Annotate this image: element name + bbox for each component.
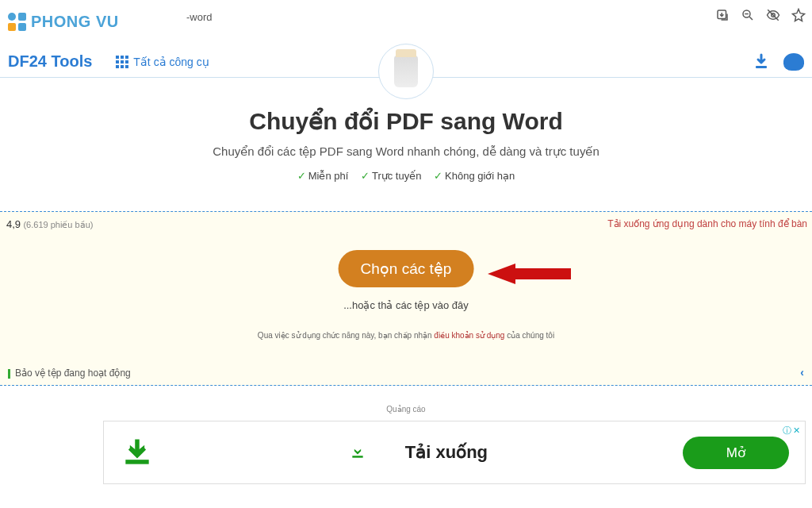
file-protection-status: Bảo vệ tệp đang hoạt động bbox=[8, 368, 131, 379]
page-subtitle: Chuyển đổi các tệp PDF sang Word nhanh c… bbox=[0, 144, 812, 159]
terms-suffix: của chúng tôi bbox=[504, 331, 554, 340]
main-content: Chuyển đổi PDF sang Word Chuyển đổi các … bbox=[0, 107, 812, 182]
browser-toolbar bbox=[715, 8, 806, 22]
all-tools-link[interactable]: Tất cả công cụ bbox=[116, 56, 209, 68]
check-icon: ✓ bbox=[434, 170, 442, 182]
desktop-app-link[interactable]: Tải xuống ứng dụng dành cho máy tính để … bbox=[607, 218, 807, 229]
logo-dots-icon bbox=[8, 13, 26, 31]
ad-banner[interactable]: Tải xuống Mở ⓘ✕ bbox=[103, 421, 806, 484]
feature-list: ✓Miễn phí ✓Trực tuyến ✓Không giới hạn bbox=[0, 170, 812, 182]
rating-value: 4,9 bbox=[6, 218, 21, 230]
watermark-logo: PHONG VU bbox=[0, 0, 182, 44]
rating: 4,9 (6.619 phiếu bầu) bbox=[6, 218, 93, 230]
all-tools-label: Tất cả công cụ bbox=[133, 56, 209, 68]
zoom-icon[interactable] bbox=[741, 8, 755, 22]
blender-icon bbox=[394, 56, 418, 87]
terms-line: Qua việc sử dụng chức năng này, bạn chấp… bbox=[0, 331, 812, 340]
check-icon: ✓ bbox=[361, 170, 370, 182]
svg-rect-4 bbox=[515, 268, 571, 279]
site-brand[interactable]: DF24 Tools bbox=[8, 52, 92, 71]
check-icon: ✓ bbox=[297, 170, 306, 182]
file-dropzone[interactable]: 4,9 (6.619 phiếu bầu) Tải xuống ứng dụng… bbox=[0, 211, 812, 386]
download-icon[interactable] bbox=[752, 52, 771, 71]
rating-count: (6.619 phiếu bầu) bbox=[23, 220, 93, 229]
svg-rect-5 bbox=[125, 460, 148, 464]
star-icon[interactable] bbox=[791, 8, 806, 22]
page-title: Chuyển đổi PDF sang Word bbox=[0, 107, 812, 135]
ad-text: Tải xuống bbox=[405, 442, 488, 463]
tool-hero-icon bbox=[378, 44, 434, 99]
terms-link[interactable]: điều khoản sử dụng bbox=[434, 331, 504, 340]
watermark-text: PHONG VU bbox=[31, 13, 119, 31]
terms-prefix: Qua việc sử dụng chức năng này, bạn chấp… bbox=[258, 331, 435, 340]
chevron-right-icon[interactable]: ‹ bbox=[800, 366, 804, 379]
grid-icon bbox=[116, 56, 128, 68]
url-fragment: -word bbox=[186, 11, 213, 23]
drop-hint: ...hoặc thả các tệp vào đây bbox=[0, 299, 812, 311]
annotation-arrow-icon bbox=[484, 254, 579, 294]
feature-item: Miễn phí bbox=[308, 170, 349, 182]
feature-item: Không giới hạn bbox=[445, 170, 515, 182]
ad-label: Quảng cáo bbox=[0, 405, 812, 414]
download-icon bbox=[120, 435, 155, 470]
mascot-icon[interactable] bbox=[783, 53, 804, 71]
svg-rect-3 bbox=[756, 66, 767, 68]
ad-open-button[interactable]: Mở bbox=[683, 437, 789, 469]
download-icon bbox=[350, 444, 366, 460]
eye-off-icon[interactable] bbox=[766, 8, 780, 22]
choose-files-button[interactable]: Chọn các tệp bbox=[339, 250, 474, 287]
ad-controls[interactable]: ⓘ✕ bbox=[783, 425, 800, 437]
feature-item: Trực tuyến bbox=[372, 170, 421, 182]
svg-rect-6 bbox=[352, 456, 362, 458]
install-icon[interactable] bbox=[715, 8, 730, 22]
